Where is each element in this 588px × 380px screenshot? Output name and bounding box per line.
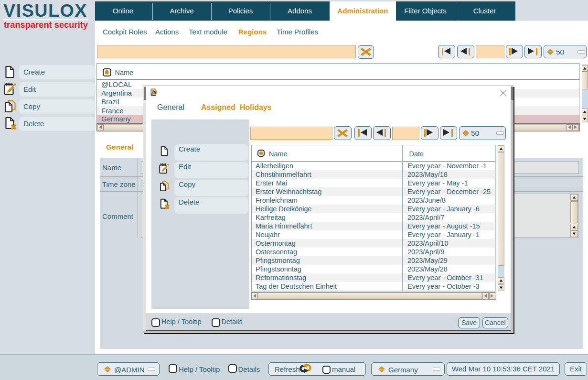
svg-text:transparent security: transparent security bbox=[4, 20, 88, 30]
svg-text:VISULOX: VISULOX bbox=[3, 1, 87, 21]
